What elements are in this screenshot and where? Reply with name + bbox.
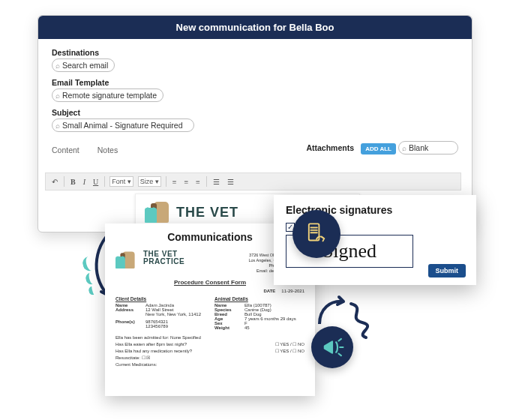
swoosh-icon — [82, 255, 105, 278]
font-select[interactable]: Font ▾ — [110, 176, 134, 187]
subject-input[interactable]: ⌕Small Animal - Signature Required — [52, 118, 194, 132]
list-icon[interactable]: ☰ — [226, 178, 236, 186]
underline-button[interactable]: U — [92, 178, 100, 186]
vet-logo-icon — [145, 202, 169, 223]
search-icon: ⌕ — [56, 122, 60, 130]
squiggle-icon — [344, 300, 381, 341]
attachments-label: Attachments — [306, 143, 354, 152]
search-icon: ⌕ — [56, 92, 60, 100]
svg-line-4 — [339, 339, 341, 341]
email-template-label: Email Template — [52, 78, 164, 87]
vet-logo-icon — [116, 252, 135, 268]
destinations-input[interactable]: ⌕Search email — [52, 58, 115, 72]
search-icon: ⌕ — [402, 144, 406, 152]
undo-icon[interactable]: ↶ — [50, 178, 59, 186]
list-icon[interactable]: ☰ — [212, 178, 221, 186]
align-left-icon[interactable]: ≡ — [171, 178, 178, 186]
form-date: DATE11-29-2021 — [116, 289, 304, 293]
tab-content[interactable]: Content — [52, 146, 80, 154]
search-icon: ⌕ — [56, 62, 60, 70]
vet-logo-text: THE VET — [176, 205, 238, 220]
add-all-button[interactable]: ADD ALL — [361, 143, 396, 154]
window-title: New communication for Bella Boo — [38, 16, 472, 39]
italic-button[interactable]: I — [82, 178, 87, 186]
attachments-input[interactable]: ⌕Blank — [398, 141, 458, 154]
client-details: Client Details NameAdam Jacinda Address1… — [116, 296, 206, 330]
align-right-icon[interactable]: ≡ — [194, 178, 202, 186]
subject-label: Subject — [52, 108, 194, 117]
svg-line-6 — [339, 354, 341, 356]
email-template-input[interactable]: ⌕Remote signature template — [52, 88, 164, 102]
brand-text: THE VETPRACTICE — [143, 250, 184, 266]
destinations-label: Destinations — [52, 48, 115, 57]
bold-button[interactable]: B — [69, 178, 77, 186]
window-body: Destinations ⌕Search email Email Templat… — [38, 39, 472, 170]
align-center-icon[interactable]: ≡ — [182, 178, 190, 186]
form-questions: Ella has been admitted for: None Specifi… — [116, 334, 304, 368]
animal-details: Animal Details NameElla (100787) Species… — [214, 296, 304, 330]
tab-notes[interactable]: Notes — [98, 146, 118, 154]
submit-button[interactable]: Submit — [428, 264, 466, 278]
editor-toolbar: ↶ B I U Font ▾ Size ▾ ≡ ≡ ≡ ☰ ☰ — [45, 172, 461, 190]
size-select[interactable]: Size ▾ — [138, 176, 161, 187]
device-sign-icon — [292, 210, 340, 258]
